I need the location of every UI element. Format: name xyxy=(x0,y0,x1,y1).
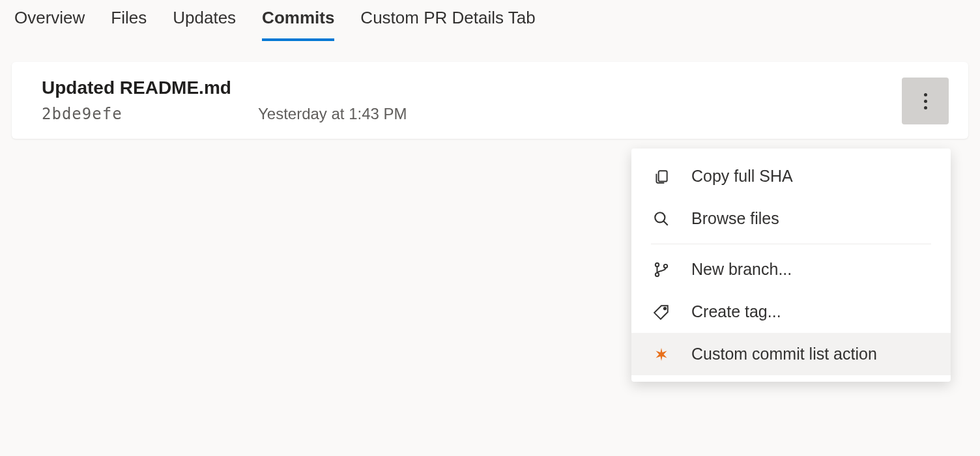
svg-point-4 xyxy=(656,272,659,276)
commit-row[interactable]: Updated README.md 2bde9efe Yesterday at … xyxy=(12,62,968,139)
tab-files[interactable]: Files xyxy=(111,8,147,41)
commit-sha: 2bde9efe xyxy=(42,105,258,123)
menu-create-tag[interactable]: Create tag... xyxy=(631,291,951,333)
menu-label: New branch... xyxy=(691,260,792,279)
svg-point-6 xyxy=(664,307,666,309)
menu-label: Create tag... xyxy=(691,302,781,321)
asterisk-icon xyxy=(652,345,670,363)
menu-custom-commit-action[interactable]: Custom commit list action xyxy=(631,333,951,375)
tag-icon xyxy=(652,303,670,321)
commit-context-menu: Copy full SHA Browse files New branch... xyxy=(631,149,951,382)
svg-point-1 xyxy=(655,212,665,222)
copy-icon xyxy=(652,167,670,186)
svg-line-2 xyxy=(663,221,668,225)
menu-label: Custom commit list action xyxy=(691,345,877,363)
tab-updates[interactable]: Updates xyxy=(173,8,236,41)
search-icon xyxy=(652,210,670,228)
more-actions-button[interactable] xyxy=(902,78,949,124)
commit-title: Updated README.md xyxy=(42,78,902,98)
tab-custom-pr-details[interactable]: Custom PR Details Tab xyxy=(360,8,535,41)
pr-tabs: Overview Files Updates Commits Custom PR… xyxy=(0,0,980,41)
tab-commits[interactable]: Commits xyxy=(262,8,334,41)
menu-label: Copy full SHA xyxy=(691,167,793,186)
tab-overview[interactable]: Overview xyxy=(14,8,85,41)
menu-label: Browse files xyxy=(691,209,779,228)
menu-new-branch[interactable]: New branch... xyxy=(631,248,951,291)
branch-icon xyxy=(652,261,670,279)
more-vertical-icon xyxy=(924,93,927,109)
svg-point-5 xyxy=(664,264,667,267)
menu-divider xyxy=(651,244,931,244)
svg-point-3 xyxy=(656,263,659,266)
menu-browse-files[interactable]: Browse files xyxy=(631,197,951,240)
svg-rect-0 xyxy=(659,171,667,181)
commit-info: Updated README.md 2bde9efe Yesterday at … xyxy=(42,78,902,123)
commit-time: Yesterday at 1:43 PM xyxy=(258,105,407,123)
commit-meta: 2bde9efe Yesterday at 1:43 PM xyxy=(42,105,902,123)
menu-copy-sha[interactable]: Copy full SHA xyxy=(631,155,951,197)
